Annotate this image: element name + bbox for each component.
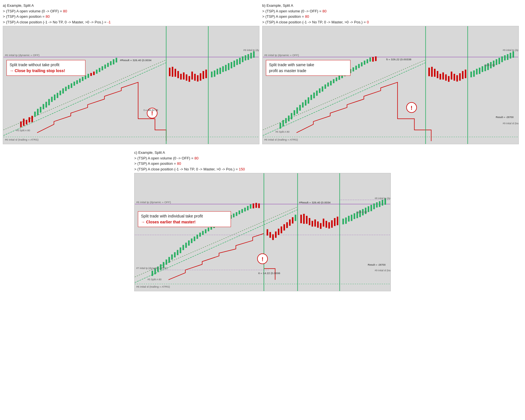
panel-c-title: c) Example, Split A bbox=[134, 150, 391, 155]
panel-b-val1: 80 bbox=[323, 9, 327, 13]
panel-b-line3: > (TSP) A close position (-1 -> No TP, 0… bbox=[262, 19, 519, 25]
panel-a-line2: > (TSP) A open position = 80 bbox=[3, 14, 259, 19]
panel-a: a) Example, Split A > (TSP) A open volum… bbox=[3, 3, 259, 144]
panel-a-chart: ! #Result = 326.40 (0.0034 t = 68.82 (0 … bbox=[3, 26, 259, 144]
panel-b-title: b) Example, Split A bbox=[262, 3, 519, 8]
panel-b-line1: > (TSP) A open volume (0 -> OFF) = 80 bbox=[262, 8, 519, 14]
panel-b-val2: 80 bbox=[305, 14, 309, 19]
panel-c-chart: ! #Result = 326.40 (0.0034 it = 14.22 (0… bbox=[134, 173, 391, 291]
main-layout: a) Example, Split A > (TSP) A open volum… bbox=[3, 3, 522, 291]
panel-c-line3: > (TSP) A close position (-1 -> No TP, 0… bbox=[134, 166, 391, 172]
panel-c-header: c) Example, Split A > (TSP) A open volum… bbox=[134, 150, 391, 172]
panel-b-label-title: Split trade with same takeprofit as mast… bbox=[269, 63, 314, 73]
panel-b-header: b) Example, Split A > (TSP) A open volum… bbox=[262, 3, 519, 25]
panel-a-val2: 80 bbox=[46, 14, 50, 19]
panel-c-label-title: Split trade with individual take profit bbox=[141, 214, 203, 218]
panel-b: b) Example, Split A > (TSP) A open volum… bbox=[262, 3, 519, 144]
panel-a-val1: 80 bbox=[63, 9, 67, 13]
panel-c: c) Example, Split A > (TSP) A open volum… bbox=[134, 150, 391, 291]
panel-a-val3: -1 bbox=[107, 20, 111, 24]
panel-c-label-subtitle: → Closes earlier that master! bbox=[141, 220, 196, 224]
panel-a-label-subtitle: → Close by trailing stop loss! bbox=[10, 68, 65, 73]
panel-c-line2: > (TSP) A open position = 80 bbox=[134, 161, 391, 166]
panel-c-val3: 150 bbox=[239, 167, 245, 171]
panel-c-label-box: Split trade with individual take profit … bbox=[138, 211, 231, 227]
panel-a-line1: > (TSP) A open volume (0 -> OFF) = 80 bbox=[3, 8, 259, 14]
panel-a-line3: > (TSP) A close position (-1 -> No TP, 0… bbox=[3, 19, 259, 25]
panel-c-line1: > (TSP) A open volume (0 -> OFF) = 80 bbox=[134, 155, 391, 161]
top-row: a) Example, Split A > (TSP) A open volum… bbox=[3, 3, 522, 144]
panel-a-header: a) Example, Split A > (TSP) A open volum… bbox=[3, 3, 259, 25]
panel-a-label-title: Split trade without take profit bbox=[10, 63, 59, 67]
panel-c-val2: 80 bbox=[177, 161, 181, 166]
panel-b-line2: > (TSP) A open position = 80 bbox=[262, 14, 519, 19]
panel-a-label-box: Split trade without take profit → Close … bbox=[6, 60, 85, 76]
bottom-row: c) Example, Split A > (TSP) A open volum… bbox=[3, 150, 522, 291]
panel-a-title: a) Example, Split A bbox=[3, 3, 259, 8]
panel-b-chart: ! lt = 326.22 (0.00338 Result = -28700 #… bbox=[262, 26, 519, 144]
panel-b-val3: 0 bbox=[367, 20, 369, 24]
panel-c-val1: 80 bbox=[195, 156, 198, 160]
panel-b-label-box: Split trade with same takeprofit as mast… bbox=[266, 60, 350, 76]
